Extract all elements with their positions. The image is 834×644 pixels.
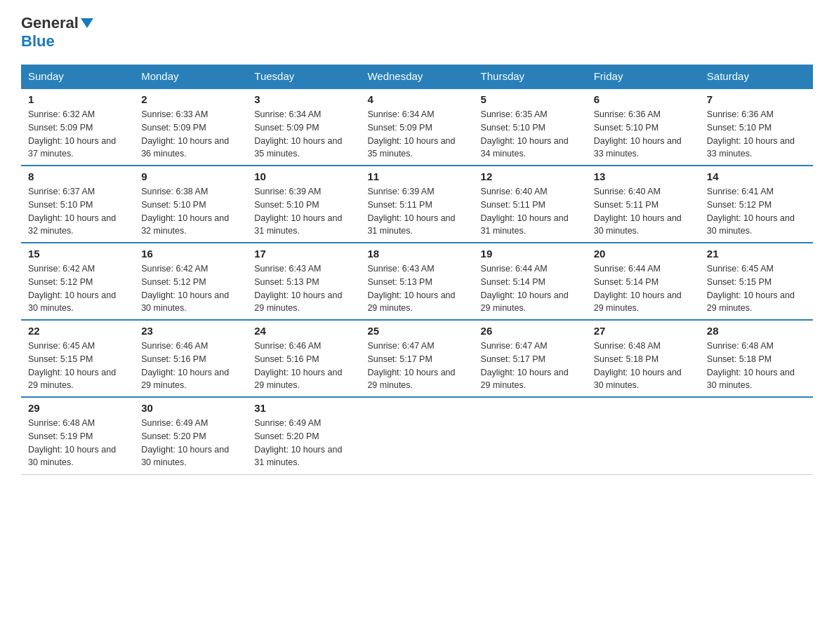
day-number: 9 xyxy=(141,170,240,182)
day-info: Sunrise: 6:44 AMSunset: 5:14 PMDaylight:… xyxy=(481,264,569,313)
day-number: 17 xyxy=(254,248,353,260)
day-number: 15 xyxy=(28,248,127,260)
day-cell: 12 Sunrise: 6:40 AMSunset: 5:11 PMDaylig… xyxy=(474,166,587,243)
day-number: 3 xyxy=(254,93,353,105)
day-cell: 28 Sunrise: 6:48 AMSunset: 5:18 PMDaylig… xyxy=(700,320,813,397)
day-cell: 7 Sunrise: 6:36 AMSunset: 5:10 PMDayligh… xyxy=(700,88,813,166)
week-row-5: 29 Sunrise: 6:48 AMSunset: 5:19 PMDaylig… xyxy=(21,397,813,474)
day-number: 20 xyxy=(594,248,693,260)
header-thursday: Thursday xyxy=(474,65,587,88)
header-row: SundayMondayTuesdayWednesdayThursdayFrid… xyxy=(21,65,813,88)
day-cell: 24 Sunrise: 6:46 AMSunset: 5:16 PMDaylig… xyxy=(247,320,360,397)
day-number: 25 xyxy=(367,325,466,337)
day-info: Sunrise: 6:48 AMSunset: 5:18 PMDaylight:… xyxy=(594,341,682,390)
day-cell xyxy=(700,397,813,474)
day-number: 16 xyxy=(141,248,240,260)
day-info: Sunrise: 6:34 AMSunset: 5:09 PMDaylight:… xyxy=(367,109,455,159)
day-number: 1 xyxy=(28,93,127,105)
day-cell: 6 Sunrise: 6:36 AMSunset: 5:10 PMDayligh… xyxy=(587,88,700,166)
day-cell: 5 Sunrise: 6:35 AMSunset: 5:10 PMDayligh… xyxy=(474,88,587,166)
day-info: Sunrise: 6:37 AMSunset: 5:10 PMDaylight:… xyxy=(28,187,116,236)
day-cell: 9 Sunrise: 6:38 AMSunset: 5:10 PMDayligh… xyxy=(134,166,247,243)
header-tuesday: Tuesday xyxy=(247,65,360,88)
week-row-1: 1 Sunrise: 6:32 AMSunset: 5:09 PMDayligh… xyxy=(21,88,813,166)
day-number: 26 xyxy=(481,325,580,337)
day-number: 23 xyxy=(141,325,240,337)
day-info: Sunrise: 6:36 AMSunset: 5:10 PMDaylight:… xyxy=(594,109,682,159)
day-info: Sunrise: 6:47 AMSunset: 5:17 PMDaylight:… xyxy=(367,341,455,390)
day-info: Sunrise: 6:42 AMSunset: 5:12 PMDaylight:… xyxy=(141,264,229,313)
day-info: Sunrise: 6:36 AMSunset: 5:10 PMDaylight:… xyxy=(707,109,795,159)
day-cell: 19 Sunrise: 6:44 AMSunset: 5:14 PMDaylig… xyxy=(474,243,587,320)
day-cell: 21 Sunrise: 6:45 AMSunset: 5:15 PMDaylig… xyxy=(700,243,813,320)
day-info: Sunrise: 6:40 AMSunset: 5:11 PMDaylight:… xyxy=(594,187,682,236)
day-cell xyxy=(474,397,587,474)
day-number: 28 xyxy=(707,325,806,337)
day-number: 8 xyxy=(28,170,127,182)
day-cell: 30 Sunrise: 6:49 AMSunset: 5:20 PMDaylig… xyxy=(134,397,247,474)
day-cell xyxy=(360,397,473,474)
day-number: 5 xyxy=(481,93,580,105)
day-number: 2 xyxy=(141,93,240,105)
day-cell: 2 Sunrise: 6:33 AMSunset: 5:09 PMDayligh… xyxy=(134,88,247,166)
day-info: Sunrise: 6:44 AMSunset: 5:14 PMDaylight:… xyxy=(594,264,682,313)
day-cell: 15 Sunrise: 6:42 AMSunset: 5:12 PMDaylig… xyxy=(21,243,134,320)
day-info: Sunrise: 6:39 AMSunset: 5:11 PMDaylight:… xyxy=(367,187,455,236)
calendar-table: SundayMondayTuesdayWednesdayThursdayFrid… xyxy=(21,65,813,475)
day-number: 10 xyxy=(254,170,353,182)
logo-blue-part: Blue xyxy=(21,32,55,51)
day-cell: 23 Sunrise: 6:46 AMSunset: 5:16 PMDaylig… xyxy=(134,320,247,397)
day-cell: 14 Sunrise: 6:41 AMSunset: 5:12 PMDaylig… xyxy=(700,166,813,243)
day-cell: 20 Sunrise: 6:44 AMSunset: 5:14 PMDaylig… xyxy=(587,243,700,320)
day-cell xyxy=(587,397,700,474)
day-cell: 31 Sunrise: 6:49 AMSunset: 5:20 PMDaylig… xyxy=(247,397,360,474)
day-info: Sunrise: 6:46 AMSunset: 5:16 PMDaylight:… xyxy=(141,341,229,390)
day-info: Sunrise: 6:48 AMSunset: 5:18 PMDaylight:… xyxy=(707,341,795,390)
day-number: 7 xyxy=(707,93,806,105)
day-number: 12 xyxy=(481,170,580,182)
day-cell: 3 Sunrise: 6:34 AMSunset: 5:09 PMDayligh… xyxy=(247,88,360,166)
day-cell: 17 Sunrise: 6:43 AMSunset: 5:13 PMDaylig… xyxy=(247,243,360,320)
day-number: 27 xyxy=(594,325,693,337)
day-number: 31 xyxy=(254,402,353,414)
week-row-4: 22 Sunrise: 6:45 AMSunset: 5:15 PMDaylig… xyxy=(21,320,813,397)
day-number: 6 xyxy=(594,93,693,105)
day-number: 4 xyxy=(367,93,466,105)
day-cell: 25 Sunrise: 6:47 AMSunset: 5:17 PMDaylig… xyxy=(360,320,473,397)
day-number: 13 xyxy=(594,170,693,182)
day-cell: 10 Sunrise: 6:39 AMSunset: 5:10 PMDaylig… xyxy=(247,166,360,243)
day-info: Sunrise: 6:42 AMSunset: 5:12 PMDaylight:… xyxy=(28,264,116,313)
day-info: Sunrise: 6:32 AMSunset: 5:09 PMDaylight:… xyxy=(28,109,116,159)
day-number: 24 xyxy=(254,325,353,337)
day-info: Sunrise: 6:43 AMSunset: 5:13 PMDaylight:… xyxy=(367,264,455,313)
day-cell: 8 Sunrise: 6:37 AMSunset: 5:10 PMDayligh… xyxy=(21,166,134,243)
day-number: 11 xyxy=(367,170,466,182)
day-number: 30 xyxy=(141,402,240,414)
day-info: Sunrise: 6:41 AMSunset: 5:12 PMDaylight:… xyxy=(707,187,795,236)
day-cell: 11 Sunrise: 6:39 AMSunset: 5:11 PMDaylig… xyxy=(360,166,473,243)
logo-wordmark: General xyxy=(21,14,95,32)
day-number: 19 xyxy=(481,248,580,260)
day-cell: 1 Sunrise: 6:32 AMSunset: 5:09 PMDayligh… xyxy=(21,88,134,166)
day-info: Sunrise: 6:43 AMSunset: 5:13 PMDaylight:… xyxy=(254,264,342,313)
day-info: Sunrise: 6:45 AMSunset: 5:15 PMDaylight:… xyxy=(707,264,795,313)
day-info: Sunrise: 6:35 AMSunset: 5:10 PMDaylight:… xyxy=(481,109,569,159)
day-cell: 22 Sunrise: 6:45 AMSunset: 5:15 PMDaylig… xyxy=(21,320,134,397)
header-sunday: Sunday xyxy=(21,65,134,88)
day-info: Sunrise: 6:47 AMSunset: 5:17 PMDaylight:… xyxy=(481,341,569,390)
header-friday: Friday xyxy=(587,65,700,88)
week-row-3: 15 Sunrise: 6:42 AMSunset: 5:12 PMDaylig… xyxy=(21,243,813,320)
week-row-2: 8 Sunrise: 6:37 AMSunset: 5:10 PMDayligh… xyxy=(21,166,813,243)
day-number: 14 xyxy=(707,170,806,182)
day-cell: 13 Sunrise: 6:40 AMSunset: 5:11 PMDaylig… xyxy=(587,166,700,243)
day-info: Sunrise: 6:46 AMSunset: 5:16 PMDaylight:… xyxy=(254,341,342,390)
day-cell: 26 Sunrise: 6:47 AMSunset: 5:17 PMDaylig… xyxy=(474,320,587,397)
day-number: 22 xyxy=(28,325,127,337)
logo: General Blue xyxy=(21,14,95,51)
header-monday: Monday xyxy=(134,65,247,88)
header-wednesday: Wednesday xyxy=(360,65,473,88)
day-info: Sunrise: 6:39 AMSunset: 5:10 PMDaylight:… xyxy=(254,187,342,236)
day-info: Sunrise: 6:38 AMSunset: 5:10 PMDaylight:… xyxy=(141,187,229,236)
day-info: Sunrise: 6:45 AMSunset: 5:15 PMDaylight:… xyxy=(28,341,116,390)
day-info: Sunrise: 6:40 AMSunset: 5:11 PMDaylight:… xyxy=(481,187,569,236)
